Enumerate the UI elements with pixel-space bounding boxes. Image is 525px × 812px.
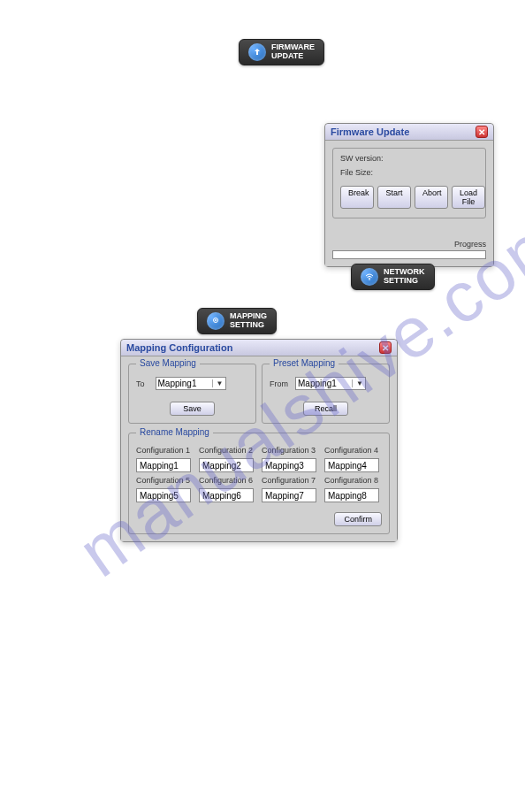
- config-label: Configuration 6: [199, 476, 256, 485]
- network-setting-button[interactable]: NETWORK SETTING: [351, 264, 435, 290]
- from-label: From: [270, 379, 288, 388]
- config-input-5[interactable]: [136, 488, 191, 502]
- svg-point-2: [215, 319, 217, 321]
- svg-point-0: [369, 279, 370, 280]
- load-file-button[interactable]: Load File: [452, 186, 485, 209]
- to-select-value: Mapping1: [158, 379, 197, 388]
- firmware-update-label: FIRMWARE UPDATE: [271, 43, 315, 61]
- mapping-config-window: Mapping Configuration ✕ Save Mapping To …: [120, 339, 398, 542]
- chevron-down-icon: ▼: [212, 379, 224, 387]
- to-label: To: [136, 379, 145, 388]
- wifi-icon: [361, 268, 378, 286]
- config-label: Configuration 8: [324, 476, 382, 485]
- from-select[interactable]: Mapping1 ▼: [295, 377, 366, 390]
- chevron-down-icon: ▼: [352, 379, 363, 387]
- progress-label: Progress: [332, 240, 486, 249]
- pin-icon: [207, 312, 224, 330]
- start-button[interactable]: Start: [377, 186, 411, 209]
- firmware-update-button[interactable]: FIRMWARE UPDATE: [239, 39, 324, 65]
- mapping-setting-label: MAPPING SETTING: [230, 312, 267, 330]
- config-label: Configuration 5: [136, 476, 194, 485]
- config-input-2[interactable]: [199, 458, 254, 472]
- break-button[interactable]: Break: [340, 186, 374, 209]
- file-size-label: File Size:: [340, 168, 478, 177]
- rename-mapping-legend: Rename Mapping: [136, 427, 213, 437]
- progress-bar: [332, 250, 486, 259]
- config-input-8[interactable]: [324, 488, 379, 502]
- save-mapping-legend: Save Mapping: [136, 358, 200, 368]
- sw-version-label: SW version:: [340, 154, 478, 163]
- mapping-setting-button[interactable]: MAPPING SETTING: [197, 308, 277, 334]
- from-select-value: Mapping1: [298, 379, 337, 388]
- mapping-window-title: Mapping Configuration: [126, 342, 232, 353]
- config-label: Configuration 4: [324, 446, 382, 455]
- config-label: Configuration 2: [199, 446, 256, 455]
- config-input-1[interactable]: [136, 458, 191, 472]
- close-icon[interactable]: ✕: [476, 126, 488, 138]
- config-label: Configuration 3: [262, 446, 319, 455]
- config-input-4[interactable]: [324, 458, 379, 472]
- confirm-button[interactable]: Confirm: [334, 512, 382, 526]
- config-label: Configuration 1: [136, 446, 194, 455]
- to-select[interactable]: Mapping1 ▼: [156, 377, 226, 390]
- firmware-update-window: Firmware Update ✕ SW version: File Size:…: [324, 123, 494, 267]
- close-icon[interactable]: ✕: [379, 341, 392, 354]
- config-input-6[interactable]: [199, 488, 254, 502]
- firmware-window-title: Firmware Update: [331, 126, 409, 137]
- recall-button[interactable]: Recall: [303, 402, 348, 416]
- abort-button[interactable]: Abort: [415, 186, 448, 209]
- save-button[interactable]: Save: [170, 402, 215, 416]
- preset-mapping-legend: Preset Mapping: [270, 358, 339, 368]
- upload-icon: [248, 43, 266, 61]
- config-input-3[interactable]: [262, 458, 316, 472]
- network-setting-label: NETWORK SETTING: [384, 268, 425, 286]
- config-label: Configuration 7: [262, 476, 319, 485]
- config-input-7[interactable]: [262, 488, 316, 502]
